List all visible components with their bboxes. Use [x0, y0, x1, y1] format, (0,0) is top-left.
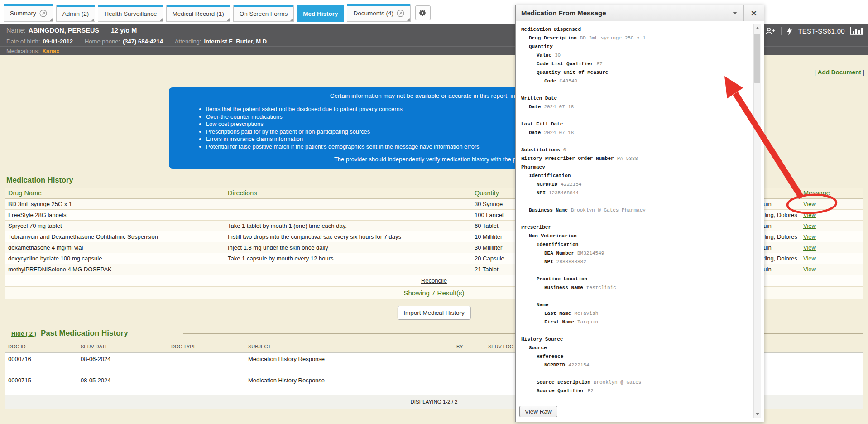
view-message-link[interactable]: View: [803, 266, 816, 273]
message-line: [521, 215, 750, 223]
message-line: Business Nametestclinic: [521, 284, 750, 292]
dialog-title: Medication From Message: [516, 9, 726, 17]
message-line: Medication Dispensed: [521, 25, 750, 34]
dialog-close-button[interactable]: ×: [744, 5, 764, 21]
tab-on-screen-forms[interactable]: On Screen Forms: [233, 5, 294, 22]
view-raw-button[interactable]: View Raw: [519, 406, 557, 417]
close-icon: ×: [751, 8, 757, 18]
message-line: Name: [521, 301, 750, 309]
field-name: Code List Qualifier: [537, 61, 593, 67]
field-name: Identification: [537, 242, 578, 247]
field-value: 0: [563, 147, 566, 153]
field-name: Value: [537, 53, 551, 58]
col-serv-date[interactable]: SERV DATE: [81, 344, 108, 349]
col-serv-loc[interactable]: SERV LOC: [488, 344, 513, 349]
message-tree: Medication Dispensed Drug DescriptionBD …: [521, 25, 750, 395]
view-message-link[interactable]: View: [803, 255, 816, 262]
medication-from-message-dialog: Medication From Message × Medication Dis…: [515, 5, 764, 422]
serv-date-cell: 08-06-2024: [78, 352, 168, 374]
message-line: Prescriber: [521, 223, 750, 232]
dialog-header[interactable]: Medication From Message ×: [516, 5, 764, 21]
message-line: Last NameMcTavish: [521, 309, 750, 318]
field-value: Tarquin: [577, 319, 598, 325]
message-line: [521, 137, 750, 146]
field-name: History Prescriber Order Number: [521, 156, 614, 161]
lightning-bolt-icon[interactable]: [787, 27, 792, 35]
col-directions: Directions: [225, 188, 472, 198]
scroll-up-arrow[interactable]: [754, 24, 761, 32]
add-document-link[interactable]: Add Document: [818, 69, 861, 76]
drug-name-cell: BD 3mL syringe 25G x 1: [5, 198, 225, 209]
field-name: Written Date: [521, 96, 557, 101]
message-line: Quantity: [521, 43, 750, 51]
field-value: BD 3mL syringe 25G x 1: [580, 35, 646, 41]
field-value: 30: [555, 53, 561, 58]
chevron-down-icon: [733, 12, 737, 14]
scroll-down-arrow[interactable]: [754, 410, 761, 418]
tab-admin[interactable]: Admin (2): [56, 5, 96, 22]
scrollbar-thumb[interactable]: [754, 34, 760, 83]
message-line: [521, 370, 750, 378]
message-line: Non Veterinarian: [521, 232, 750, 241]
message-line: [521, 327, 750, 335]
view-message-link[interactable]: View: [803, 201, 816, 207]
col-subject[interactable]: SUBJECT: [248, 344, 271, 349]
hide-count-link[interactable]: Hide ( 2 ): [11, 330, 36, 337]
field-value: 87: [596, 61, 602, 67]
name-label: Name:: [6, 27, 26, 34]
tab-health-surveillance[interactable]: Health Surveillance: [98, 5, 163, 22]
view-message-link[interactable]: View: [803, 222, 816, 229]
tab-medical-record[interactable]: Medical Record (1): [166, 5, 230, 22]
field-value: 2024-07-18: [544, 104, 574, 110]
patient-phone: (347) 684-4214: [123, 38, 163, 45]
col-doc-id[interactable]: DOC ID: [8, 344, 26, 349]
dialog-menu-button[interactable]: [726, 5, 744, 21]
field-name: Practice Location: [537, 276, 587, 282]
tab-med-history[interactable]: Med History: [297, 5, 344, 22]
message-line: NPI1235468844: [521, 189, 750, 198]
message-line: Business NameBrooklyn @ Gates Pharmacy: [521, 206, 750, 215]
subject-cell: Medication History Response: [245, 374, 454, 395]
col-drug-name: Drug Name: [5, 188, 225, 198]
tab-label: Med History: [303, 10, 338, 17]
col-by[interactable]: BY: [456, 344, 463, 349]
message-line: [521, 111, 750, 120]
field-name: Reference: [537, 354, 563, 359]
pipe: |: [814, 69, 816, 76]
drug-name-cell: doxycycline hyclate 100 mg capsule: [5, 253, 225, 264]
tab-label: On Screen Forms: [240, 10, 288, 17]
directions-cell: [225, 198, 472, 209]
chart-icon[interactable]: [850, 26, 863, 35]
by-cell: [454, 374, 485, 395]
medications-value[interactable]: Xanax: [42, 48, 59, 54]
view-message-link[interactable]: View: [803, 244, 816, 251]
gear-icon: [419, 9, 427, 17]
field-value: 4222154: [568, 362, 589, 368]
message-line: Written Date: [521, 94, 750, 103]
dialog-scrollbar[interactable]: [753, 24, 761, 418]
dialog-body: Medication Dispensed Drug DescriptionBD …: [516, 22, 764, 422]
import-medical-history-button[interactable]: Import Medical History: [397, 306, 470, 320]
add-user-icon[interactable]: [765, 27, 776, 35]
view-message-link[interactable]: View: [803, 212, 816, 218]
doc-type-cell: [168, 352, 245, 374]
field-name: Code: [544, 78, 556, 84]
tab-summary[interactable]: Summary: [4, 4, 53, 22]
field-name: Prescriber: [521, 225, 551, 230]
settings-button[interactable]: [415, 5, 431, 20]
medication-history-heading: Medication History: [6, 176, 73, 184]
tab-label: Admin (2): [62, 10, 89, 17]
col-doc-type[interactable]: DOC TYPE: [171, 344, 197, 349]
doc-id-cell: 0000715: [5, 374, 78, 395]
field-name: DEA Number: [544, 251, 574, 256]
field-name: Quantity Unit Of Measure: [537, 70, 608, 75]
directions-cell: Instill two drops into the conjunctival …: [225, 231, 472, 242]
field-name: Identification: [529, 173, 571, 178]
directions-cell: Take 1 tablet by mouth 1 (one) time each…: [225, 220, 472, 231]
message-line: Identification: [521, 172, 750, 180]
view-message-link[interactable]: View: [803, 233, 816, 240]
drug-name-cell: dexamethasone 4 mg/ml vial: [5, 242, 225, 253]
field-value: C48540: [559, 78, 577, 84]
reconcile-link[interactable]: Reconcile: [421, 277, 447, 284]
tab-documents[interactable]: Documents (4): [347, 4, 411, 22]
